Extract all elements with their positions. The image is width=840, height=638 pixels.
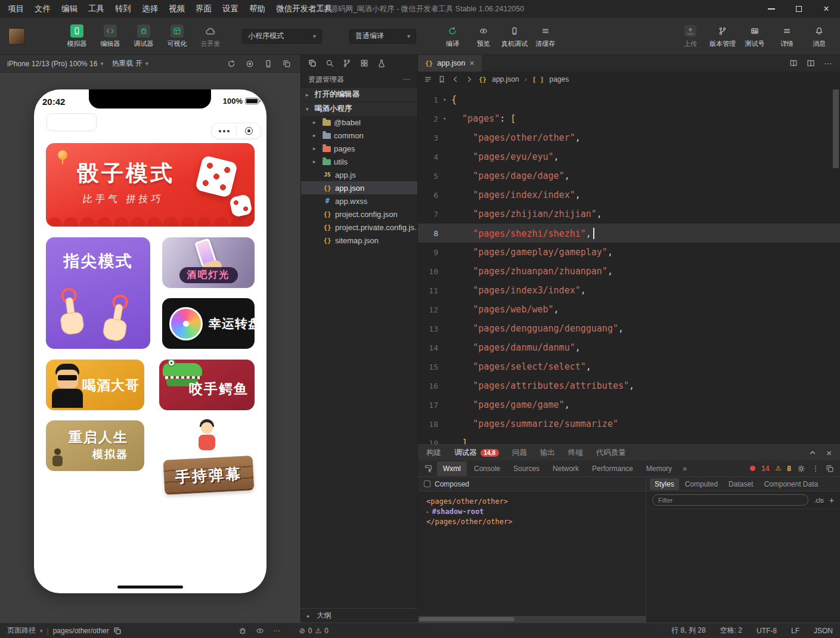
- wxml-close-tag[interactable]: </pages/other/other>: [426, 517, 646, 527]
- menu-item[interactable]: 转到: [110, 0, 137, 18]
- error-count[interactable]: 14: [761, 464, 769, 473]
- breadcrumb-node[interactable]: pages: [550, 75, 569, 83]
- menu-item[interactable]: 界面: [190, 0, 217, 18]
- editor-scrollbar[interactable]: [833, 89, 839, 168]
- debugger-tab[interactable]: 代码质量: [596, 448, 626, 458]
- menu-item[interactable]: 项目: [2, 0, 29, 18]
- screenshot-icon[interactable]: [283, 60, 291, 68]
- devtools-tab-network[interactable]: Network: [547, 462, 585, 476]
- debugger-tab[interactable]: 调试器14,8: [454, 448, 499, 458]
- code-line[interactable]: 1▾{: [418, 90, 840, 109]
- code-line[interactable]: 9 "pages/gameplay/gameplay",: [418, 243, 840, 262]
- lucky-wheel-tile[interactable]: 幸运转盘: [162, 298, 255, 349]
- handheld-danmu-tile[interactable]: 手持弹幕: [164, 414, 253, 495]
- code-line[interactable]: 6 "pages/index/index",: [418, 185, 840, 205]
- code-line[interactable]: 10 "pages/zhuanpan/zhuanpan",: [418, 262, 840, 281]
- compile-mode-dropdown[interactable]: 普通编译 ▾: [349, 29, 416, 44]
- project-root-section[interactable]: ▾ 喝酒小程序: [301, 101, 417, 116]
- source-control-icon[interactable]: [343, 59, 351, 67]
- wxml-horizontal-scrollbar[interactable]: [418, 616, 646, 622]
- debugger-tab[interactable]: 终端: [568, 448, 583, 458]
- indentation-setting[interactable]: 空格: 2: [720, 625, 742, 636]
- folder-item[interactable]: ▸common: [301, 129, 417, 142]
- code-line[interactable]: 8 "pages/shezhi/shezhi",: [418, 224, 840, 243]
- capsule-more-button[interactable]: [212, 130, 236, 132]
- code-line[interactable]: 17 "pages/game/game",: [418, 395, 840, 414]
- bar-light-tile[interactable]: 酒吧灯光: [162, 237, 255, 288]
- rotate-screen-icon[interactable]: [227, 60, 235, 68]
- search-icon[interactable]: [326, 59, 334, 67]
- more-tabs-icon[interactable]: »: [679, 464, 690, 473]
- outline-section[interactable]: ▸ 大纲: [301, 608, 417, 622]
- styles-tab[interactable]: Styles: [650, 478, 679, 490]
- more-icon[interactable]: ⋯: [824, 59, 832, 68]
- visual-toggle[interactable]: 可视化: [162, 24, 192, 48]
- styles-filter-input[interactable]: [652, 494, 808, 506]
- add-style-button[interactable]: +: [829, 495, 834, 505]
- encoding-setting[interactable]: UTF-8: [757, 627, 777, 635]
- drink-brother-tile[interactable]: 喝酒大哥: [46, 360, 144, 410]
- avatar[interactable]: [8, 28, 25, 45]
- shadow-root-node[interactable]: #shadow-root: [432, 507, 484, 517]
- collapse-panel-icon[interactable]: [808, 448, 817, 457]
- code-line[interactable]: 5 "pages/dage/dage",: [418, 166, 840, 185]
- extensions-icon[interactable]: [360, 59, 368, 67]
- close-button[interactable]: ×: [813, 0, 840, 18]
- file-item[interactable]: app.wxss: [301, 194, 417, 207]
- page-path-group[interactable]: 页面路径 ▾ | pages/other/other: [7, 625, 122, 636]
- styles-tab[interactable]: Dataset: [724, 478, 758, 490]
- version-manage-button[interactable]: 版本管理: [708, 24, 737, 48]
- cloud-toggle[interactable]: 云开发: [196, 24, 225, 48]
- code-line[interactable]: 18 "pages/summarize/summarize": [418, 414, 840, 433]
- undock-icon[interactable]: [826, 464, 834, 473]
- compile-button[interactable]: 编译: [438, 24, 467, 48]
- code-line[interactable]: 7 "pages/zhijian/zhijian",: [418, 205, 840, 224]
- wxml-tree[interactable]: <pages/other/other> ▸ #shadow-root </pag…: [418, 491, 646, 622]
- bookmark-icon[interactable]: [438, 75, 446, 83]
- hot-reload-toggle[interactable]: 热重载 开 ▾: [111, 58, 148, 69]
- code-line[interactable]: 12 "pages/web/web",: [418, 300, 840, 319]
- styles-tab[interactable]: Component Data: [759, 478, 823, 490]
- menu-item[interactable]: 编辑: [56, 0, 83, 18]
- devtools-tab-console[interactable]: Console: [468, 462, 506, 476]
- tab-app-json[interactable]: {} app.json ×: [418, 55, 482, 72]
- maximize-button[interactable]: [785, 0, 813, 18]
- folder-item[interactable]: ▸pages: [301, 142, 417, 155]
- debugger-tab[interactable]: 构建: [426, 448, 441, 458]
- file-item[interactable]: sitemap.json: [301, 234, 417, 247]
- menu-item[interactable]: 视频: [163, 0, 190, 18]
- breadcrumb-file[interactable]: app.json: [492, 75, 519, 83]
- code-area[interactable]: 1▾{2▾ "pages": [3 "pages/other/other",4 …: [418, 87, 840, 444]
- dice-mode-banner[interactable]: 骰子模式 比手气 拼技巧: [46, 143, 255, 227]
- test-icon[interactable]: [377, 59, 386, 67]
- forward-icon[interactable]: [465, 75, 473, 83]
- fingertip-mode-tile[interactable]: 指尖模式: [46, 237, 150, 349]
- debug-console-icon[interactable]: [238, 627, 247, 635]
- file-item[interactable]: project.private.config.js...: [301, 221, 417, 234]
- close-panel-icon[interactable]: ×: [826, 448, 832, 458]
- back-icon[interactable]: [451, 75, 460, 83]
- code-line[interactable]: 19 ]: [418, 433, 840, 444]
- menu-item[interactable]: 文件: [29, 0, 56, 18]
- menu-item[interactable]: 选择: [137, 0, 163, 18]
- kebab-menu-icon[interactable]: [811, 464, 820, 473]
- preview-eye-icon[interactable]: [256, 627, 264, 635]
- code-line[interactable]: 2▾ "pages": [: [418, 109, 840, 128]
- code-line[interactable]: 11 "pages/index3/index",: [418, 281, 840, 300]
- preview-markdown-icon[interactable]: [789, 59, 798, 67]
- record-icon[interactable]: [246, 60, 254, 68]
- wxml-open-tag[interactable]: <pages/other/other>: [426, 497, 646, 507]
- more-icon[interactable]: ⋯: [273, 627, 280, 635]
- devtools-tab-sources[interactable]: Sources: [507, 462, 545, 476]
- list-icon[interactable]: [424, 75, 432, 83]
- warning-count[interactable]: 8: [787, 464, 791, 473]
- gear-icon[interactable]: [797, 464, 805, 473]
- styles-tab[interactable]: Computed: [680, 478, 723, 490]
- eol-setting[interactable]: LF: [791, 627, 799, 635]
- files-icon[interactable]: [308, 59, 317, 67]
- crocodile-tile[interactable]: 咬手鳄鱼: [159, 360, 255, 410]
- file-item[interactable]: app.json: [301, 181, 417, 194]
- folder-item[interactable]: ▸utils: [301, 155, 417, 168]
- editor-toggle[interactable]: 编辑器: [95, 24, 125, 48]
- cls-button[interactable]: .cls: [814, 497, 824, 504]
